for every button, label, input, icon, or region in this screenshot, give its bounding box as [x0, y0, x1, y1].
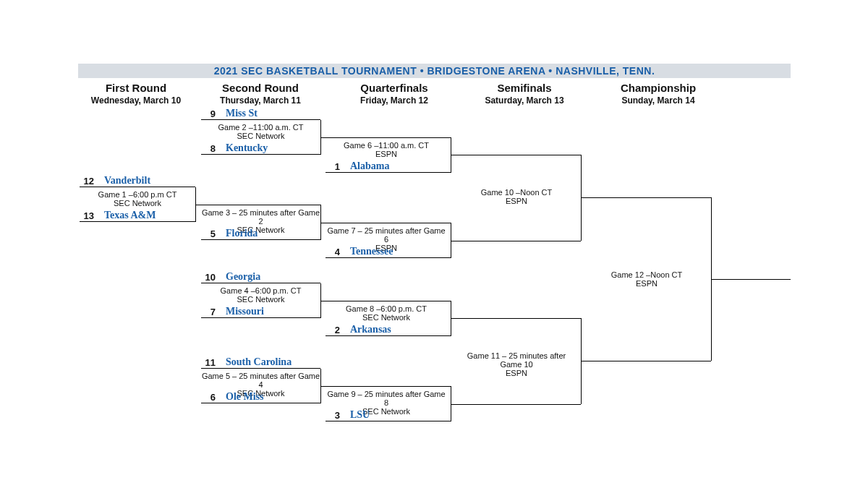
bracket-line [451, 318, 581, 319]
bracket-line [711, 279, 791, 280]
team-line-s9: 9 Miss St [201, 107, 320, 120]
team-line-s8: 8 Kentucky [201, 142, 320, 155]
game-line1: Game 11 – 25 minutes after Game 10 [456, 351, 577, 369]
bracket-line [320, 137, 451, 138]
game-line2: SEC Network [326, 313, 447, 322]
team-name: Kentucky [220, 142, 268, 154]
seed: 7 [201, 307, 220, 317]
game-line2: ESPN [456, 197, 577, 205]
seed: 9 [201, 108, 220, 119]
col-head-r4: Semifinals Saturday, March 13 [463, 82, 586, 106]
round-date: Sunday, March 14 [593, 95, 723, 106]
seed: 4 [326, 247, 344, 257]
team-name: Texas A&M [98, 210, 156, 221]
game-info-g10: Game 10 –Noon CT ESPN [456, 188, 577, 205]
team-line-s3: 3 LSU [326, 408, 451, 421]
team-line-s13: 13 Texas A&M [80, 209, 195, 222]
round-date: Saturday, March 13 [463, 95, 586, 106]
game-info-g1: Game 1 –6:00 p.m CT SEC Network [80, 190, 195, 207]
round-date: Friday, March 12 [333, 95, 456, 106]
title-text: 2021 SEC BASKETBALL TOURNAMENT • BRIDGES… [214, 65, 655, 77]
seed: 1 [326, 161, 344, 172]
seed: 8 [201, 143, 220, 154]
bracket-line [195, 205, 320, 205]
team-name: Florida [220, 228, 258, 239]
game-info-g12: Game 12 –Noon CT ESPN [586, 270, 707, 288]
bracket-line [581, 197, 711, 198]
game-line2: ESPN [586, 279, 707, 288]
team-name: Tennessee [344, 246, 393, 257]
game-line1: Game 8 –6:00 p.m. CT [326, 304, 447, 313]
team-name: Miss St [220, 108, 258, 119]
seed: 10 [201, 272, 220, 283]
game-line1: Game 2 –11:00 a.m. CT [201, 123, 320, 132]
team-line-s6: 6 Ole Miss [201, 390, 320, 403]
col-head-r3: Quarterfinals Friday, March 12 [333, 82, 456, 106]
round-date: Wednesday, March 10 [78, 95, 194, 106]
round-name: Championship [593, 82, 723, 94]
team-name: Alabama [344, 160, 389, 172]
seed: 2 [326, 325, 344, 335]
seed: 5 [201, 228, 220, 239]
bracket-line [581, 361, 711, 361]
game-line1: Game 1 –6:00 p.m CT [80, 190, 195, 199]
game-info-g6: Game 6 –11:00 a.m. CT ESPN [326, 141, 447, 158]
game-line1: Game 4 –6:00 p.m. CT [201, 286, 320, 295]
round-date: Thursday, March 11 [199, 95, 322, 106]
col-head-r2: Second Round Thursday, March 11 [199, 82, 322, 106]
round-name: Semifinals [463, 82, 586, 94]
team-line-s7: 7 Missouri [201, 305, 320, 318]
round-name: Second Round [199, 82, 322, 94]
game-info-g8: Game 8 –6:00 p.m. CT SEC Network [326, 304, 447, 322]
team-line-s1: 1 Alabama [326, 160, 451, 173]
bracket-line [451, 155, 581, 155]
game-line2: SEC Network [80, 199, 195, 207]
game-line1: Game 5 – 25 minutes after Game 4 [201, 372, 320, 389]
bracket-line [320, 301, 451, 301]
seed: 3 [326, 410, 344, 421]
team-line-s4: 4 Tennessee [326, 245, 451, 258]
game-line1: Game 7 – 25 minutes after Game 6 [326, 226, 447, 244]
game-info-g2: Game 2 –11:00 a.m. CT SEC Network [201, 123, 320, 140]
team-name: LSU [344, 409, 370, 421]
game-line1: Game 12 –Noon CT [586, 270, 707, 279]
game-line2: ESPN [326, 150, 447, 158]
game-line2: SEC Network [201, 132, 320, 140]
team-name: Ole Miss [220, 391, 264, 403]
col-head-r5: Championship Sunday, March 14 [593, 82, 723, 106]
game-line2: ESPN [456, 369, 577, 377]
team-name: Missouri [220, 306, 264, 317]
bracket-line [320, 223, 451, 223]
team-line-s2: 2 Arkansas [326, 323, 451, 336]
team-name: Arkansas [344, 324, 391, 335]
title-bar: 2021 SEC BASKETBALL TOURNAMENT • BRIDGES… [78, 64, 791, 78]
team-name: South Carolina [220, 356, 292, 368]
seed: 11 [201, 357, 220, 368]
seed: 13 [80, 210, 98, 221]
round-name: First Round [78, 82, 194, 94]
game-line1: Game 10 –Noon CT [456, 188, 577, 197]
bracket-line [451, 241, 581, 241]
team-name: Georgia [220, 271, 260, 283]
col-head-r1: First Round Wednesday, March 10 [78, 82, 194, 106]
bracket-line [320, 386, 451, 387]
game-info-g4: Game 4 –6:00 p.m. CT SEC Network [201, 286, 320, 304]
game-line1: Game 3 – 25 minutes after Game 2 [201, 208, 320, 226]
game-line1: Game 9 – 25 minutes after Game 8 [326, 390, 447, 407]
seed: 12 [80, 176, 98, 187]
team-line-s10: 10 Georgia [201, 270, 320, 283]
team-name: Vanderbilt [98, 175, 150, 187]
team-line-s5: 5 Florida [201, 227, 320, 240]
round-name: Quarterfinals [333, 82, 456, 94]
seed: 6 [201, 392, 220, 403]
game-info-g11: Game 11 – 25 minutes after Game 10 ESPN [456, 351, 577, 377]
game-line2: SEC Network [201, 295, 320, 304]
game-line1: Game 6 –11:00 a.m. CT [326, 141, 447, 150]
bracket-line [451, 404, 581, 405]
team-line-s11: 11 South Carolina [201, 356, 320, 369]
team-line-s12: 12 Vanderbilt [80, 174, 195, 187]
